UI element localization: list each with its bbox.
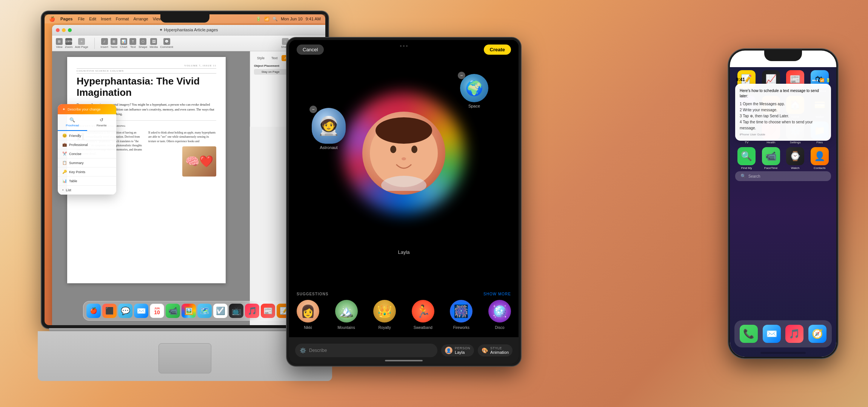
app-contacts[interactable]: 👤 Contacts xyxy=(809,147,831,170)
maximize-button[interactable] xyxy=(68,28,72,32)
style-tab[interactable]: Style xyxy=(254,55,268,61)
ai-menu-friendly[interactable]: 😊 Friendly xyxy=(58,131,116,140)
space-label: Space xyxy=(468,104,480,108)
iphone-dock: 📞 ✉️ 🎵 🧭 xyxy=(734,320,832,347)
table-menu-icon: 📊 xyxy=(62,179,67,183)
app-findmy[interactable]: 🔍 Find My xyxy=(736,147,757,170)
suggestion-disco[interactable]: 🪩 Disco xyxy=(488,300,511,330)
ai-menu-professional[interactable]: 💼 Professional xyxy=(58,140,116,149)
stay-on-page-btn[interactable]: Stay on Page xyxy=(254,69,287,75)
suggestion-mountains[interactable]: 🏔️ Mountains xyxy=(335,300,358,330)
remove-astronaut-btn[interactable]: − xyxy=(309,106,317,113)
dock-music[interactable]: 🎵 xyxy=(245,304,259,318)
add-page-label: Add Page xyxy=(75,45,88,49)
fireworks-emoji: 🎆 xyxy=(450,300,472,323)
comment-btn[interactable]: 💬 Comment xyxy=(160,38,173,49)
apps-row-4: 🔍 Find My 📹 FaceTime ⌚ Watch 👤 Contacts xyxy=(730,144,836,170)
apple-logo-icon[interactable]: 🍎 xyxy=(49,16,55,22)
dock-music[interactable]: 🎵 xyxy=(785,325,803,343)
zoom-icon: 136% xyxy=(65,38,72,45)
contacts-icon: 👤 xyxy=(811,147,829,165)
ai-menu-keypoints[interactable]: 🔑 Key Points xyxy=(58,167,116,177)
concise-label: Concise xyxy=(69,152,82,156)
dock-tv[interactable]: 📺 xyxy=(229,304,243,318)
macbook-trackpad[interactable] xyxy=(159,343,211,373)
dock-photos[interactable]: 🖼️ xyxy=(182,304,196,318)
mac-dock: 🍎 ⬛ 💬 ✉️ JUN 10 xyxy=(83,301,294,321)
dock-news[interactable]: 📰 xyxy=(261,304,275,318)
suggestion-sweatband[interactable]: 🏃 Sweatband xyxy=(412,300,434,330)
dock-mail[interactable]: ✉️ xyxy=(134,304,148,318)
ipad-describe-input[interactable]: ⚙️ Describe xyxy=(295,344,437,357)
ai-menu-summary[interactable]: 📋 Summary xyxy=(58,158,116,167)
menu-file[interactable]: File xyxy=(78,17,85,21)
dock-finder[interactable]: 🍎 xyxy=(86,304,101,318)
ai-menu-list[interactable]: • List xyxy=(58,186,116,195)
iphone-search-bar[interactable]: 🔍 Search xyxy=(735,171,831,181)
dock-phone[interactable]: 📞 xyxy=(740,325,758,343)
dock-launchpad[interactable]: ⬛ xyxy=(102,304,117,318)
dock-facetime[interactable]: 📹 xyxy=(166,304,180,318)
menu-insert[interactable]: Insert xyxy=(101,17,111,21)
view-toolbar-btn[interactable]: ⊞ View xyxy=(56,38,63,49)
style-chip[interactable]: 🎨 STYLE Animation xyxy=(478,344,512,356)
dock-calendar[interactable]: JUN 10 xyxy=(150,304,164,318)
facetime-label: FaceTime xyxy=(764,166,777,170)
ipad-content: Cancel Create xyxy=(289,40,519,364)
ai-menu-table[interactable]: 📊 Table xyxy=(58,177,116,186)
text-btn[interactable]: T Text xyxy=(129,38,136,49)
iphone-screen: 9:41 ●●● 📶 🔋 Here's how to schedule a te… xyxy=(730,51,836,357)
royalty-emoji: 👑 xyxy=(373,300,396,323)
person-chip[interactable]: 👤 PERSON Layla xyxy=(441,344,474,356)
menu-arrange[interactable]: Arrange xyxy=(133,17,148,21)
suggestion-royalty[interactable]: 👑 Royalty xyxy=(373,300,396,330)
shape-icon: ⬡ xyxy=(140,38,146,45)
suggestion-fireworks[interactable]: 🎆 Fireworks xyxy=(450,300,472,330)
rewrite-tab[interactable]: ↺ Rewrite xyxy=(87,114,117,131)
ipad-screen: Cancel Create xyxy=(289,40,519,364)
svg-point-6 xyxy=(402,157,406,160)
add-page-btn[interactable]: + Add Page xyxy=(75,38,88,49)
media-btn[interactable]: 🖼 Media xyxy=(149,38,158,49)
iphone-time: 9:41 xyxy=(736,77,745,82)
concise-icon: ✂️ xyxy=(62,152,67,156)
search-menubar-icon[interactable]: 🔍 xyxy=(272,17,278,22)
ai-menu-concise[interactable]: ✂️ Concise xyxy=(58,149,116,158)
dock-mail[interactable]: ✉️ xyxy=(763,325,781,343)
minimize-button[interactable] xyxy=(62,28,66,32)
siri-message-title: Here's how to schedule a text message to… xyxy=(740,88,826,99)
insert-btn[interactable]: ⎎ Insert xyxy=(101,38,108,49)
toolbar-insert-group: ⎎ Insert ⊞ Table 📊 Chart T xyxy=(101,38,173,49)
layla-center-label: Layla xyxy=(398,249,409,255)
dock-messages[interactable]: 💬 xyxy=(118,304,132,318)
text-tab[interactable]: Text xyxy=(268,55,281,61)
table-btn[interactable]: ⊞ Table xyxy=(111,38,118,49)
shape-btn[interactable]: ⬡ Shape xyxy=(139,38,147,49)
person-chip-value: Layla xyxy=(455,350,470,355)
ipad-cancel-button[interactable]: Cancel xyxy=(297,45,324,55)
app-watch[interactable]: ⌚ Watch xyxy=(785,147,806,170)
genmoji-center-face xyxy=(362,112,445,195)
media-label: Media xyxy=(149,45,158,49)
remove-space-btn[interactable]: − xyxy=(458,72,465,79)
ai-spark-icon: ✦ xyxy=(62,107,65,111)
macbook-display: 🍎 Pages File Edit Insert Format Arrange … xyxy=(45,14,325,325)
menu-format[interactable]: Format xyxy=(116,17,129,21)
close-button[interactable] xyxy=(56,28,60,32)
proofread-tab[interactable]: 🔍 Proofread xyxy=(58,114,87,131)
ipad-create-button[interactable]: Create xyxy=(484,45,511,55)
proofread-icon: 🔍 xyxy=(69,117,75,123)
zoom-toolbar-btn[interactable]: 136% Zoom xyxy=(65,38,72,49)
show-more-btn[interactable]: SHOW MORE xyxy=(483,292,511,296)
royalty-label: Royalty xyxy=(379,326,391,330)
dock-reminders[interactable]: ☑️ xyxy=(213,304,228,318)
chart-btn[interactable]: 📊 Chart xyxy=(120,38,128,49)
dock-safari[interactable]: 🧭 xyxy=(808,325,826,343)
iphone-device: 9:41 ●●● 📶 🔋 Here's how to schedule a te… xyxy=(728,49,838,358)
suggestion-nikki[interactable]: 👩 Nikki xyxy=(297,300,319,330)
findmy-icon: 🔍 xyxy=(737,147,756,165)
dock-maps[interactable]: 🗺️ xyxy=(197,304,212,318)
describe-placeholder: Describe xyxy=(309,348,327,353)
app-facetime[interactable]: 📹 FaceTime xyxy=(760,147,782,170)
menu-edit[interactable]: Edit xyxy=(89,17,96,21)
